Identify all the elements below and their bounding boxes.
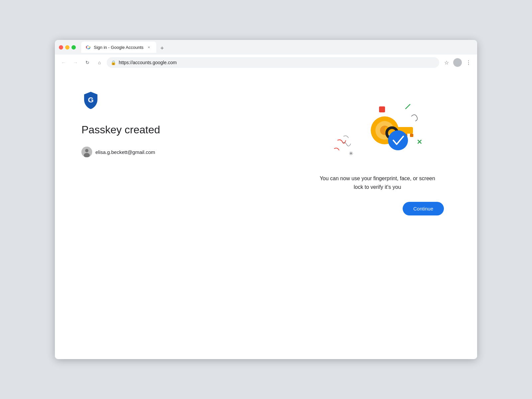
- svg-line-7: [406, 104, 410, 109]
- nav-bar: ← → ↻ ⌂ 🔒 https://accounts.google.com ☆ …: [55, 55, 477, 70]
- svg-rect-15: [410, 134, 413, 137]
- new-tab-button[interactable]: +: [158, 44, 167, 53]
- tab-favicon-icon: [86, 45, 91, 50]
- back-button[interactable]: ←: [59, 58, 68, 67]
- user-row: elisa.g.beckett@gmail.com: [81, 147, 304, 157]
- active-tab[interactable]: Sign in - Google Accounts ×: [81, 42, 156, 53]
- key-illustration: ✳ ✕: [324, 97, 431, 164]
- url-text: https://accounts.google.com: [119, 60, 435, 65]
- page-title: Passkey created: [81, 124, 304, 136]
- svg-point-17: [388, 130, 408, 150]
- address-bar[interactable]: 🔒 https://accounts.google.com: [107, 57, 439, 68]
- tab-close-button[interactable]: ×: [146, 45, 152, 50]
- nav-right-controls: ☆ ⋮: [442, 58, 473, 67]
- svg-point-3: [85, 149, 88, 152]
- more-options-button[interactable]: ⋮: [464, 58, 473, 67]
- right-panel: ✳ ✕: [304, 90, 451, 339]
- user-email: elisa.g.beckett@gmail.com: [95, 149, 155, 155]
- profile-button[interactable]: [453, 58, 462, 67]
- tabs-row: Sign in - Google Accounts × +: [81, 42, 473, 53]
- svg-text:✳: ✳: [349, 151, 353, 156]
- minimize-window-button[interactable]: [65, 45, 69, 50]
- svg-text:G: G: [88, 96, 93, 104]
- continue-button[interactable]: Continue: [403, 202, 444, 215]
- google-passkey-shield-icon: G: [81, 90, 100, 109]
- close-window-button[interactable]: [59, 45, 63, 50]
- traffic-lights: [59, 45, 76, 50]
- bookmark-button[interactable]: ☆: [442, 58, 451, 67]
- reload-button[interactable]: ↻: [83, 58, 92, 67]
- svg-rect-5: [379, 106, 385, 112]
- left-panel: G Passkey created elisa.g.beckett@gmail.…: [81, 90, 304, 339]
- browser-window: Sign in - Google Accounts × + ← → ↻ ⌂ 🔒 …: [55, 40, 477, 359]
- lock-icon: 🔒: [111, 60, 116, 65]
- svg-text:✕: ✕: [417, 138, 422, 146]
- maximize-window-button[interactable]: [71, 45, 76, 50]
- forward-button[interactable]: →: [71, 58, 80, 67]
- home-button[interactable]: ⌂: [95, 58, 104, 67]
- description-text: You can now use your fingerprint, face, …: [318, 174, 437, 191]
- tab-title: Sign in - Google Accounts: [94, 45, 144, 50]
- title-bar: Sign in - Google Accounts × +: [55, 40, 477, 55]
- page-content: G Passkey created elisa.g.beckett@gmail.…: [55, 70, 477, 359]
- user-avatar: [81, 147, 92, 157]
